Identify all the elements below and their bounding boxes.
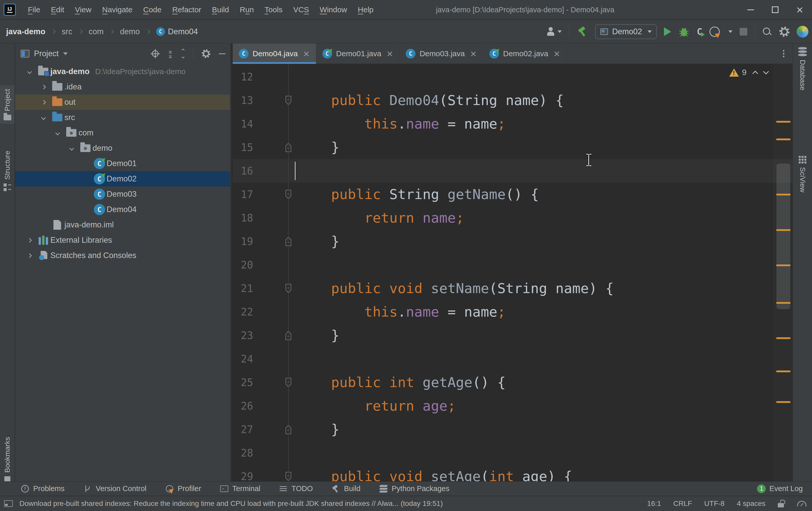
- tool-window-button-terminal[interactable]: >_Terminal: [210, 482, 270, 496]
- project-panel-title[interactable]: Project: [34, 49, 59, 58]
- next-warning-button[interactable]: [763, 68, 769, 74]
- menu-run[interactable]: Run: [234, 5, 259, 14]
- code-line-17[interactable]: 17 public String getName() {: [233, 183, 792, 206]
- breadcrumb-item[interactable]: CDemo04: [156, 27, 198, 36]
- close-tab-icon[interactable]: ×: [470, 49, 477, 59]
- tree-expand-chevron-icon[interactable]: [41, 100, 46, 104]
- menu-vcs[interactable]: VCS: [288, 5, 315, 14]
- code-line-23[interactable]: 23 }: [233, 324, 792, 347]
- tree-item-extlib[interactable]: External Libraries: [15, 233, 230, 248]
- close-button[interactable]: ×: [787, 0, 812, 20]
- breadcrumb-item[interactable]: demo: [120, 27, 140, 36]
- code-line-13[interactable]: 13 public Demo04(String name) {: [233, 89, 792, 112]
- tree-item-src[interactable]: src: [15, 110, 230, 125]
- code-line-12[interactable]: 12: [233, 65, 792, 89]
- tree-expand-chevron-icon[interactable]: [41, 85, 46, 89]
- code-line-25[interactable]: 25 public int getAge() {: [233, 371, 792, 394]
- tool-strip-bookmarks[interactable]: Bookmarks: [0, 437, 14, 484]
- breadcrumb-item[interactable]: src: [62, 27, 72, 36]
- tool-strip-structure[interactable]: Structure: [0, 151, 14, 191]
- tree-item-com[interactable]: com: [15, 125, 230, 141]
- collapse-all-button[interactable]: ⌃⌄: [180, 49, 185, 58]
- code-line-26[interactable]: 26 return age;: [233, 394, 792, 418]
- warning-stripe-mark[interactable]: [776, 139, 790, 140]
- tree-collapse-chevron-icon[interactable]: [69, 146, 74, 150]
- stop-button[interactable]: [740, 28, 747, 35]
- code-line-20[interactable]: 20: [233, 253, 792, 277]
- menu-refactor[interactable]: Refactor: [167, 5, 207, 14]
- tree-item-out[interactable]: out: [15, 94, 230, 110]
- menu-tools[interactable]: Tools: [259, 5, 288, 14]
- chevron-down-icon[interactable]: [63, 52, 68, 55]
- warning-stripe-mark[interactable]: [776, 229, 790, 231]
- memory-gauge-icon[interactable]: [797, 501, 806, 506]
- editor-tab-demo04[interactable]: C Demo04.java ×: [233, 43, 316, 64]
- code-line-29[interactable]: 29 public void setAge(int age) {: [233, 465, 792, 481]
- tree-collapse-chevron-icon[interactable]: [41, 115, 46, 120]
- editor-tab-demo01[interactable]: C Demo01.java ×: [316, 43, 400, 64]
- tree-expand-chevron-icon[interactable]: [27, 253, 32, 258]
- tree-item-root[interactable]: java-demoD:\IdeaProjects\java-demo: [15, 64, 230, 79]
- code-line-27[interactable]: 27 }: [233, 418, 792, 441]
- ide-updates-button[interactable]: [797, 26, 808, 37]
- code-line-21[interactable]: 21 public void setName(String name) {: [233, 277, 792, 300]
- tool-window-button-problems[interactable]: !Problems: [11, 482, 74, 496]
- toggle-tool-windows-icon[interactable]: [4, 500, 13, 507]
- run-button[interactable]: [664, 27, 671, 36]
- tool-window-button-profiler[interactable]: Profiler: [156, 482, 210, 496]
- profiler-button[interactable]: [709, 27, 720, 37]
- tree-collapse-chevron-icon[interactable]: [27, 69, 32, 74]
- tool-window-button-python-packages[interactable]: Python Packages: [370, 482, 459, 496]
- tool-window-button-version-control[interactable]: Version Control: [74, 482, 156, 496]
- code-line-15[interactable]: 15 }: [233, 136, 792, 159]
- maximize-button[interactable]: [763, 0, 787, 20]
- tree-item-idea[interactable]: .idea: [15, 79, 230, 94]
- code-editor[interactable]: 12 13 public Demo04(String name) { 14 th…: [233, 64, 792, 481]
- tool-strip-sciview[interactable]: SciView: [793, 156, 812, 192]
- settings-button[interactable]: [779, 27, 789, 37]
- caret-position[interactable]: 16:1: [647, 500, 661, 508]
- tree-item-demo02[interactable]: C Demo02: [15, 171, 230, 186]
- code-line-22[interactable]: 22 this.name = name;: [233, 300, 792, 324]
- search-everywhere-button[interactable]: [762, 27, 772, 37]
- menu-edit[interactable]: Edit: [46, 5, 69, 14]
- tab-options-button[interactable]: [775, 43, 792, 64]
- warning-stripe-mark[interactable]: [776, 370, 790, 372]
- menu-code[interactable]: Code: [138, 5, 167, 14]
- debug-button[interactable]: [678, 26, 690, 37]
- run-with-coverage-button[interactable]: C: [697, 26, 702, 37]
- indent-setting[interactable]: 4 spaces: [737, 500, 765, 508]
- run-configuration-select[interactable]: Demo02: [595, 24, 657, 39]
- editor-tab-demo02[interactable]: C Demo02.java ×: [483, 43, 567, 64]
- breadcrumb-item[interactable]: com: [89, 27, 104, 36]
- tool-strip-database[interactable]: Database: [793, 47, 812, 90]
- tree-item-demo01[interactable]: C Demo01: [15, 156, 230, 171]
- tree-item-scratches[interactable]: Scratches and Consoles: [15, 248, 230, 263]
- editor-tab-demo03[interactable]: C Demo03.java ×: [400, 43, 483, 64]
- build-button[interactable]: [576, 26, 588, 37]
- error-stripe-scrollbar[interactable]: [774, 64, 792, 481]
- breadcrumb-item[interactable]: java-demo: [6, 27, 45, 36]
- code-line-24[interactable]: 24: [233, 347, 792, 371]
- warning-stripe-mark[interactable]: [776, 265, 790, 266]
- unlock-icon[interactable]: [778, 500, 785, 507]
- code-line-14[interactable]: 14 this.name = name;: [233, 112, 792, 136]
- tree-item-demo03[interactable]: C Demo03: [15, 186, 230, 202]
- code-line-18[interactable]: 18 return name;: [233, 206, 792, 230]
- menu-navigate[interactable]: Navigate: [97, 5, 138, 14]
- tree-item-demo04[interactable]: C Demo04: [15, 202, 230, 217]
- locate-file-button[interactable]: [151, 49, 160, 58]
- tool-window-button-build[interactable]: Build: [322, 482, 370, 496]
- warning-stripe-mark[interactable]: [776, 337, 790, 339]
- user-profile-button[interactable]: [546, 27, 562, 37]
- line-ending[interactable]: CRLF: [673, 500, 692, 508]
- tree-expand-chevron-icon[interactable]: [27, 238, 32, 242]
- warning-stripe-mark[interactable]: [776, 401, 790, 403]
- previous-warning-button[interactable]: [752, 70, 758, 77]
- menu-window[interactable]: Window: [315, 5, 353, 14]
- close-tab-icon[interactable]: ×: [386, 49, 393, 59]
- menu-view[interactable]: View: [69, 5, 97, 14]
- menu-build[interactable]: Build: [207, 5, 234, 14]
- file-encoding[interactable]: UTF-8: [704, 500, 725, 508]
- tool-strip-project[interactable]: Project: [0, 85, 14, 124]
